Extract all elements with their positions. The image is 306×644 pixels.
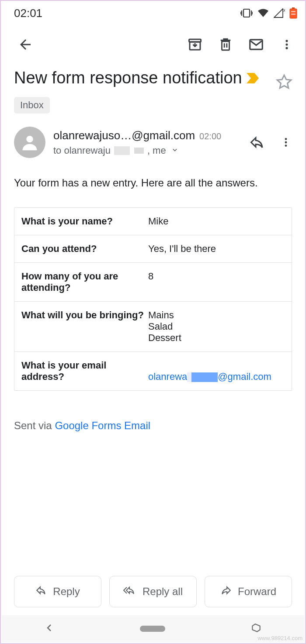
vibrate-icon xyxy=(240,8,253,18)
label-row: Inbox xyxy=(1,95,305,121)
answer-prefix: olanrewa xyxy=(148,371,187,382)
status-bar: 02:01 x xyxy=(1,1,305,25)
sender-row: olanrewajuso…@gmail.com 02:00 to olanrew… xyxy=(1,121,305,164)
answer-email-link[interactable]: olanrewa@gmail.com xyxy=(148,360,285,382)
reply-all-icon xyxy=(123,585,136,599)
svg-rect-8 xyxy=(291,11,296,12)
wifi-icon xyxy=(257,8,269,18)
svg-point-19 xyxy=(285,141,287,144)
sent-via: Sent via Google Forms Email xyxy=(14,420,292,432)
mark-unread-button[interactable] xyxy=(242,31,270,59)
svg-point-18 xyxy=(285,138,287,140)
sent-via-prefix: Sent via xyxy=(14,420,55,431)
question: How many of you are attending? xyxy=(21,271,148,293)
answer-suffix: @gmail.com xyxy=(218,371,271,382)
more-button[interactable] xyxy=(273,31,301,59)
nav-back-icon[interactable] xyxy=(44,623,55,635)
svg-rect-9 xyxy=(291,14,296,15)
question: Can you attend? xyxy=(21,243,148,255)
table-row: Can you attend? Yes, I'll be there xyxy=(14,235,292,262)
email-subject: New form response notification xyxy=(14,68,242,88)
nav-recent-icon[interactable] xyxy=(250,622,262,635)
answer: Mains Salad Dessert xyxy=(148,310,285,344)
answer: Yes, I'll be there xyxy=(148,243,285,255)
redacted-text xyxy=(191,372,218,382)
archive-button[interactable] xyxy=(181,31,209,59)
svg-rect-7 xyxy=(292,7,295,9)
svg-text:x: x xyxy=(283,8,285,13)
table-row: What will you be bringing? Mains Salad D… xyxy=(14,301,292,351)
reply-all-label: Reply all xyxy=(143,585,183,598)
google-forms-email-link[interactable]: Google Forms Email xyxy=(55,420,150,431)
email-body: Your form has a new entry. Here are all … xyxy=(1,164,305,432)
status-time: 02:01 xyxy=(14,7,42,20)
table-row: How many of you are attending? 8 xyxy=(14,262,292,301)
answer: Mike xyxy=(148,216,285,227)
signal-icon: x xyxy=(274,8,285,18)
chevron-down-icon[interactable] xyxy=(170,145,179,156)
inbox-label[interactable]: Inbox xyxy=(14,97,50,114)
question: What is your name? xyxy=(21,216,148,227)
recipients-suffix: , me xyxy=(147,145,166,156)
back-button[interactable] xyxy=(11,31,39,59)
importance-marker-icon[interactable] xyxy=(246,72,260,84)
redacted-recipient xyxy=(134,148,144,154)
svg-point-17 xyxy=(26,136,33,142)
status-icons: x xyxy=(240,7,297,19)
body-intro-text: Your form has a new entry. Here are all … xyxy=(14,176,292,191)
sender-meta[interactable]: olanrewajuso…@gmail.com 02:00 to olanrew… xyxy=(53,129,235,156)
reply-icon xyxy=(35,585,47,599)
sender-address: olanrewajuso…@gmail.com xyxy=(53,129,195,142)
nav-home-pill[interactable] xyxy=(140,626,165,632)
table-row: What is your email address? olanrewa@gma… xyxy=(14,351,292,390)
svg-point-20 xyxy=(285,145,287,147)
question: What is your email address? xyxy=(21,360,148,382)
avatar[interactable] xyxy=(14,127,45,158)
reply-all-button[interactable]: Reply all xyxy=(109,576,197,607)
answers-table: What is your name? Mike Can you attend? … xyxy=(14,207,292,391)
subject-row: New form response notification xyxy=(1,64,305,95)
forward-label: Forward xyxy=(238,585,276,598)
forward-icon xyxy=(220,585,232,599)
table-row: What is your name? Mike xyxy=(14,208,292,235)
watermark: www.989214.com xyxy=(257,635,303,641)
svg-point-16 xyxy=(285,47,288,49)
redacted-recipient xyxy=(114,146,130,155)
bottom-actions: Reply Reply all Forward xyxy=(14,576,292,607)
reply-icon-button[interactable] xyxy=(243,128,271,156)
svg-rect-0 xyxy=(243,9,250,17)
redacted-text xyxy=(187,372,191,382)
delete-button[interactable] xyxy=(212,31,240,59)
battery-icon xyxy=(289,7,297,19)
message-more-button[interactable] xyxy=(272,128,300,156)
recipients-prefix: to olanrewaju xyxy=(53,145,111,156)
answer: 8 xyxy=(148,271,285,293)
reply-button[interactable]: Reply xyxy=(14,576,101,607)
star-button[interactable] xyxy=(274,72,295,93)
sender-time: 02:00 xyxy=(199,131,221,141)
reply-label: Reply xyxy=(53,585,80,598)
svg-point-15 xyxy=(285,43,288,45)
forward-button[interactable]: Forward xyxy=(205,576,292,607)
svg-point-14 xyxy=(285,40,288,42)
question: What will you be bringing? xyxy=(21,310,148,344)
app-bar xyxy=(1,25,305,64)
